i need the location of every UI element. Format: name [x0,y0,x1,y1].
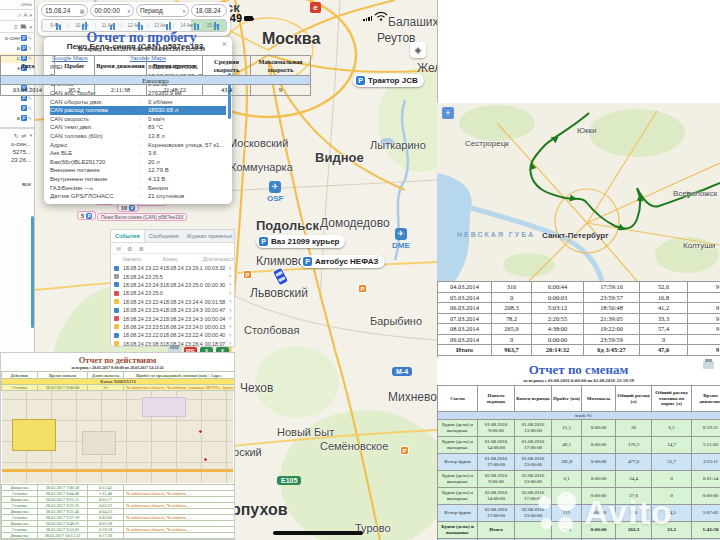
edit-icon[interactable]: ✎ [28,95,32,101]
shifts-cell: 0:00:00 [582,471,616,488]
shifts-col-header: Пробег (км) [552,386,582,412]
unit-marker-label: Трактор JCB [368,76,418,85]
map-layers-button[interactable]: ◈ [410,42,426,58]
map-city-label: Семёновское [320,440,388,452]
shifts-col-header: Смена [438,386,478,412]
param-icon: ◦ [134,142,148,148]
airport-code: OSF [267,194,283,203]
shifts-cell: 02.08.2016 17:00:00 [478,505,515,522]
mileage-data-row: 08.03.2014 265,9 4:38:00 19:22:00 57,4 9 [438,324,720,335]
airport-marker[interactable]: ✈ DME [392,228,410,250]
date-from-field[interactable]: 15.08.24 ▦ [41,4,88,17]
edit-icon[interactable]: ✎ [28,115,32,121]
param-icon: ◦ [134,133,148,139]
track-unit-label[interactable]: Пежо Бело-синяя (CAN) p587ee193 [97,213,187,221]
date-to-field[interactable]: 18.08.24 [191,4,227,17]
map-city-label: Барыбино [370,315,422,327]
param-label: CAN топливо (60л) [50,133,134,139]
shifts-cell: 0:19:31 [692,420,720,437]
swap-icon[interactable]: ⇄ [21,132,26,139]
spb-track-map[interactable]: СестрорецкЮккиСанкт-ПетербургВсеволожскК… [437,103,720,281]
event-row[interactable]: 18.08.24 23:24:26 18.08.24 23:24:30 00:0… [111,314,234,322]
events-tab[interactable]: Сообщения [145,230,183,242]
shifts-cell: Будни (день) и выходные [438,522,478,539]
event-duration: 00:00:40 [203,332,227,338]
sort-letter[interactable]: A [23,12,27,18]
refresh-icon[interactable]: ↻ [13,132,18,139]
unit-param-row: Акк BLE ◦ 3.6 [50,149,226,158]
event-row[interactable]: 18.08.24 23:22:40 18.08.24 23:26:12 00:0… [111,264,234,272]
track-point-pill[interactable]: 5 P [77,211,96,220]
event-row[interactable]: 18.08.24 23:22:43 18.08.24 23:24:41 00:0… [111,298,234,306]
events-panel: СобытияСообщенияЖурнал принятых данныхГр… [110,229,235,347]
param-value: Кореновская улица, 57 к1... [148,142,226,148]
edit-icon[interactable]: ✎ [28,105,32,111]
map-block [82,431,116,455]
vehicle-icon: ⛟ [20,24,26,30]
event-start: 18.08.24 23:08:35 [123,341,163,347]
map-city-label: Домодедово [320,216,390,230]
gas-station-icon[interactable]: P [243,270,252,279]
sidebar-panel-divider[interactable]: ↻ ⇄ ▾ [0,127,34,141]
event-row-icon[interactable]: ≡ [229,316,232,321]
mileage-cell: 4:38:00 [532,324,584,335]
mileage-cell: 57,4 [640,324,688,335]
battery-icon [244,16,253,21]
mileage-cell: 06.03.2014 [438,303,492,314]
mileage-col-header: Время простоя [147,56,203,76]
airport-marker[interactable]: ✈ OSF [267,181,283,203]
event-row[interactable]: 18.08.24 23:25:00 ≡ [111,289,234,297]
unit-param-row: Датчик GPS/ГЛОНАСС ◦ 21 спутников [50,192,226,201]
unit-param-row: CAN скорость ◦ 0 км/ч [50,115,226,124]
event-row-icon[interactable]: ≡ [229,299,232,304]
mileage-cell: 6д 3:45:27 [584,345,640,356]
events-tab[interactable]: События [111,230,145,242]
printer-icon[interactable] [703,361,714,369]
gas-station-icon[interactable]: P [358,284,367,293]
events-tab[interactable]: Журнал принятых данных [183,230,234,242]
event-row-icon[interactable]: ≡ [229,266,232,271]
period-select[interactable]: Период ▾ [136,4,189,17]
events-toolbar-icon[interactable]: ✉ [116,245,121,252]
calendar-icon: ▦ [80,8,85,14]
event-row-icon[interactable]: ≡ [229,324,232,329]
detail-fragment: 23:26... [0,157,34,165]
gas-station-icon[interactable]: P [400,446,409,455]
col-start: Начало [123,256,163,262]
sidebar-search[interactable]: ⌕ A ▾ [0,9,34,21]
sidebar-unit-row[interactable]: P ✎ [0,103,34,113]
param-icon: ◦ [134,176,148,182]
event-row[interactable]: 18.08.24 23:23:52 18.08.24 23:24:05 00:0… [111,323,234,331]
sidebar-unit-row[interactable]: а P ✎ [0,113,34,123]
shifts-cell: Вечер будни [438,505,478,522]
map-city-label: Санкт-Петербург [542,231,609,240]
event-row-icon[interactable]: ≡ [229,333,232,338]
events-toolbar-icon[interactable]: ⚙ [127,245,132,252]
event-row[interactable]: 18.08.24 23:25:52 ≡ [111,272,234,280]
event-type-chip [114,266,119,271]
shifts-group-row: truck #1 [438,412,720,420]
date-from-value: 15.08.24 [45,7,70,14]
event-row-icon[interactable]: ≡ [229,274,232,279]
track-point-pill[interactable]: 10 P [117,203,139,212]
event-row-icon[interactable]: ≡ [229,341,232,346]
mileage-cell: 21:39:05 [584,313,640,324]
events-toolbar-icon[interactable]: ≣ [138,245,143,252]
sidebar-scrollbar[interactable] [31,216,34,328]
event-row[interactable]: 18.08.24 23:22:07 18.08.24 23:22:47 00:0… [111,331,234,339]
event-duration: 00:01:58 [203,299,227,305]
events-table-body: 18.08.24 23:22:40 18.08.24 23:26:12 00:0… [111,264,234,347]
event-row[interactable]: 18.08.24 23:24:38 18.08.24 23:25:08 00:0… [111,281,234,289]
event-end: 18.08.24 23:24:36 [163,307,203,313]
event-row-icon[interactable]: ≡ [229,308,232,313]
event-row[interactable]: 18.08.24 23:23:49 18.08.24 23:24:36 00:0… [111,306,234,314]
event-row-icon[interactable]: ≡ [229,282,232,287]
unit-marker-pill[interactable]: P Трактор JCB [353,74,424,87]
unit-marker-pill[interactable]: P Ваз 21099 курьер [256,235,345,248]
unit-marker-pill[interactable]: P Автобус НЕФАЗ [300,255,385,268]
track-point-number: 5 [81,213,84,219]
event-row-icon[interactable]: ≡ [229,291,232,296]
time-from-field[interactable]: 00:00:00 ▾ [90,4,134,17]
zoom-in-button[interactable]: + [442,107,454,119]
mileage-cell: 09.03.2014 [438,334,492,345]
